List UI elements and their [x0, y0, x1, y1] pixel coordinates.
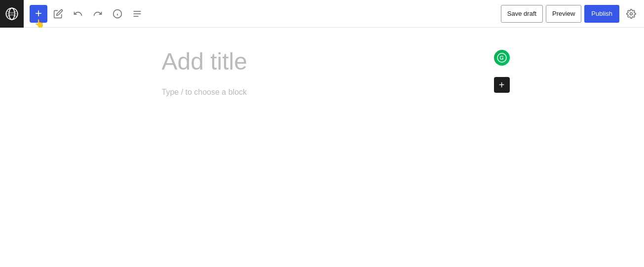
pencil-icon — [53, 9, 63, 19]
toolbar-right: Save draft Preview Publish — [501, 5, 640, 23]
editor-content: G + Add title Type / to choose a block — [162, 47, 483, 267]
undo-icon — [73, 9, 83, 19]
grammarly-icon[interactable]: G — [494, 50, 510, 66]
info-button[interactable] — [109, 5, 126, 23]
list-icon — [132, 9, 142, 19]
title-input[interactable]: Add title — [162, 47, 483, 76]
block-input[interactable]: Type / to choose a block — [162, 88, 483, 97]
add-block-inline-button[interactable]: + — [494, 77, 510, 93]
toolbar-left: + 👆 — [4, 0, 501, 28]
editor-area: G + Add title Type / to choose a block — [0, 28, 644, 267]
toolbar: + 👆 — [0, 0, 644, 28]
wordpress-logo[interactable] — [0, 0, 24, 28]
info-icon — [113, 9, 122, 19]
plus-icon: + — [35, 7, 42, 19]
plus-icon-inline: + — [499, 80, 505, 90]
gear-icon — [626, 9, 636, 19]
edit-tool-button[interactable] — [49, 5, 67, 23]
save-draft-button[interactable]: Save draft — [501, 5, 543, 23]
redo-icon — [93, 9, 103, 19]
list-view-button[interactable] — [128, 5, 146, 23]
redo-button[interactable] — [89, 5, 107, 23]
grammarly-logo: G — [497, 53, 507, 63]
settings-button[interactable] — [622, 5, 640, 23]
undo-button[interactable] — [69, 5, 87, 23]
preview-button[interactable]: Preview — [546, 5, 581, 23]
svg-point-8 — [630, 12, 633, 15]
add-block-button[interactable]: + 👆 — [30, 5, 47, 23]
publish-button[interactable]: Publish — [584, 5, 619, 23]
